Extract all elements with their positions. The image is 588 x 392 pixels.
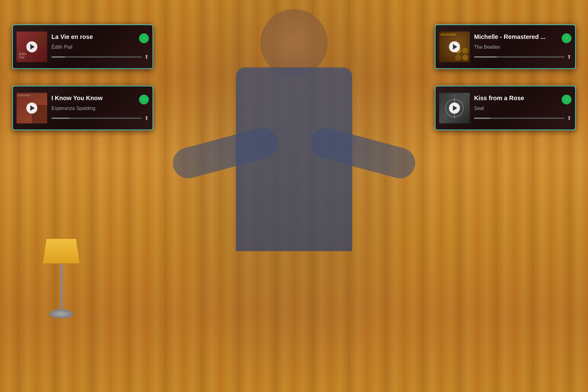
share-icon-2[interactable]: ⬆ <box>144 115 149 122</box>
play-button-beatles[interactable] <box>449 41 460 52</box>
lamp-pole <box>60 263 62 309</box>
lamp-base <box>49 309 74 318</box>
card-title-seal: Kiss from a Rose <box>474 95 524 102</box>
card-info-seal: Kiss from a Rose ♫ Seal ⬆ <box>474 95 571 122</box>
spotify-logo-3: ♫ <box>562 33 571 43</box>
card-info-la-vie: La Vie en rose ♫ Édith Piaf ⬆ <box>51 33 149 60</box>
progress-bar-3 <box>474 56 564 58</box>
progress-bar <box>51 56 142 58</box>
card-info-esperanza: I Know You Know ♫ Esperanza Spalding ⬆ <box>51 95 149 122</box>
share-icon[interactable]: ⬆ <box>144 54 149 60</box>
album-art-seal: SEAL <box>439 93 470 123</box>
progress-bar-4 <box>474 118 564 119</box>
spotify-circle-3: ♫ <box>562 33 571 43</box>
card-bottom-seal: ⬆ <box>474 115 571 122</box>
card-bottom-beatles: ⬆ <box>474 54 571 60</box>
share-icon-3[interactable]: ⬆ <box>567 54 571 60</box>
album-art-esperanza: Esperanza <box>17 93 47 123</box>
lamp-shade <box>43 239 80 263</box>
album-art-edith-piaf: EdithPiaf <box>17 32 47 62</box>
play-icon <box>30 44 35 50</box>
spotify-circle-2: ♫ <box>139 95 149 104</box>
progress-fill-4 <box>474 118 490 119</box>
card-title-beatles: Michelle - Remastered ... <box>474 33 545 40</box>
card-title-esperanza: I Know You Know <box>51 95 103 102</box>
card-bottom: ⬆ <box>51 54 149 60</box>
card-top-seal: Kiss from a Rose ♫ <box>474 95 571 104</box>
play-button-la-vie[interactable] <box>26 41 37 52</box>
play-button-seal[interactable] <box>449 103 460 114</box>
card-title-la-vie: La Vie en rose <box>51 33 93 40</box>
person-area <box>156 0 432 392</box>
album-art-beatles: REVOLVER <box>439 32 470 62</box>
card-artist-esperanza: Esperanza Spalding <box>51 106 149 111</box>
progress-fill-3 <box>474 56 497 58</box>
spotify-card-kiss-from-a-rose: SEAL Kiss from a Rose ♫ Seal ⬆ <box>435 86 576 130</box>
progress-bar-2 <box>51 118 142 119</box>
spotify-logo-2: ♫ <box>139 95 149 104</box>
lamp <box>31 239 92 361</box>
spotify-logo-4: ♫ <box>562 95 571 104</box>
spotify-circle-4: ♫ <box>562 95 571 104</box>
progress-fill-2 <box>51 118 70 119</box>
spotify-circle: ♫ <box>139 33 149 43</box>
card-artist-la-vie: Édith Piaf <box>51 44 149 50</box>
play-icon-seal <box>453 105 457 111</box>
play-icon <box>30 105 35 111</box>
spotify-logo: ♫ <box>139 33 149 43</box>
card-bottom-esperanza: ⬆ <box>51 115 149 122</box>
play-button-esperanza[interactable] <box>26 103 37 114</box>
progress-fill <box>51 56 65 58</box>
spotify-card-i-know-you-know: Esperanza I Know You Know ♫ Esperanza Sp… <box>12 86 153 130</box>
card-top-beatles: Michelle - Remastered ... ♫ <box>474 33 571 43</box>
spotify-card-la-vie-en-rose: EdithPiaf La Vie en rose ♫ Édith Piaf ⬆ <box>12 24 153 69</box>
card-artist-beatles: The Beatles <box>474 44 571 50</box>
card-top-esperanza: I Know You Know ♫ <box>51 95 149 104</box>
share-icon-4[interactable]: ⬆ <box>567 115 571 122</box>
card-info-beatles: Michelle - Remastered ... ♫ The Beatles … <box>474 33 571 60</box>
play-icon-beatles <box>453 44 457 50</box>
card-top: La Vie en rose ♫ <box>51 33 149 43</box>
spotify-card-michelle: REVOLVER Michelle - Remastered ... ♫ The… <box>435 24 576 69</box>
card-artist-seal: Seal <box>474 106 571 111</box>
